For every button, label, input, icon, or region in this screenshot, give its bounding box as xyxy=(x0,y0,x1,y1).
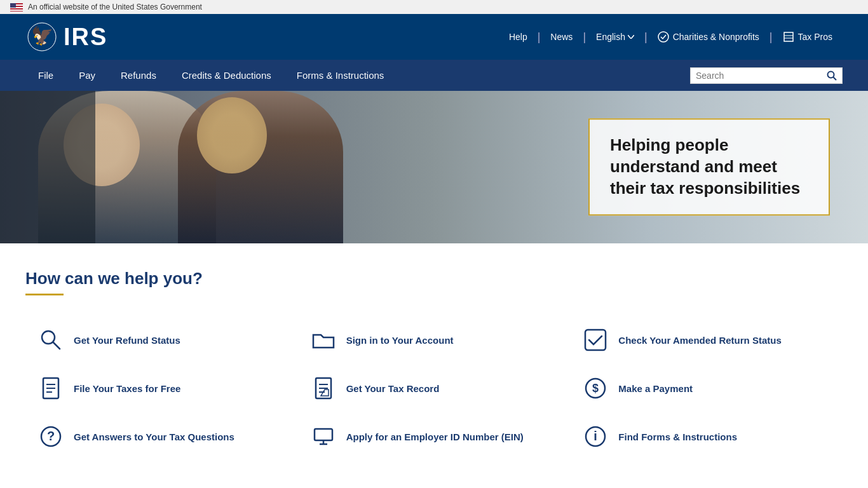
search-magnify-icon xyxy=(38,327,64,353)
tax-questions-label: Get Answers to Your Tax Questions xyxy=(74,431,234,442)
hero-text: Helping people understand and meet their… xyxy=(610,135,808,199)
refund-status-item[interactable]: Get Your Refund Status xyxy=(25,316,298,364)
language-label: English xyxy=(596,32,625,42)
charities-link[interactable]: Charities & Nonprofits xyxy=(648,31,770,43)
irs-eagle-icon: 🦅 xyxy=(25,20,58,53)
help-section: How can we help you? Get Your Refund Sta… xyxy=(0,243,868,473)
nav-bar: File Pay Refunds Credits & Deductions Fo… xyxy=(0,60,868,91)
taxpros-label: Tax Pros xyxy=(798,32,832,42)
nav-file[interactable]: File xyxy=(25,60,66,91)
sign-in-label: Sign in to Your Account xyxy=(346,335,454,346)
hero-text-box: Helping people understand and meet their… xyxy=(588,118,830,215)
svg-rect-11 xyxy=(784,32,793,41)
help-grid: Get Your Refund Status Sign in to Your A… xyxy=(25,316,843,461)
checkmark-circle-icon xyxy=(583,327,608,353)
refund-status-label: Get Your Refund Status xyxy=(74,335,180,346)
file-free-item[interactable]: File Your Taxes for Free xyxy=(25,364,298,412)
nav-links: File Pay Refunds Credits & Deductions Fo… xyxy=(25,60,397,91)
payment-icon: $ xyxy=(583,376,608,401)
svg-rect-7 xyxy=(10,3,16,8)
header-nav: Help | News | English | Charities & Nonp… xyxy=(499,30,843,44)
svg-text:$: $ xyxy=(592,382,599,395)
svg-rect-5 xyxy=(10,10,23,11)
document-icon xyxy=(38,376,64,401)
svg-rect-4 xyxy=(10,8,23,10)
irs-logo-text: IRS xyxy=(64,24,107,51)
taxpros-icon xyxy=(783,31,794,43)
file-free-label: File Your Taxes for Free xyxy=(74,383,180,394)
question-circle-icon: ? xyxy=(38,424,64,449)
help-title-underline xyxy=(25,294,64,295)
sign-in-item[interactable]: Sign in to Your Account xyxy=(298,316,571,364)
amended-return-item[interactable]: Check Your Amended Return Status xyxy=(570,316,843,364)
svg-point-16 xyxy=(42,331,55,344)
nav-refunds[interactable]: Refunds xyxy=(108,60,169,91)
search-input[interactable] xyxy=(696,71,823,81)
hero-section: Helping people understand and meet their… xyxy=(0,91,868,243)
computer-icon xyxy=(311,424,336,449)
tax-record-label: Get Your Tax Record xyxy=(346,383,440,394)
ein-item[interactable]: Apply for an Employer ID Number (EIN) xyxy=(298,412,571,461)
taxpros-link[interactable]: Tax Pros xyxy=(773,31,843,43)
find-forms-label: Find Forms & Instructions xyxy=(618,431,737,442)
help-title: How can we help you? xyxy=(25,269,843,288)
nav-pay[interactable]: Pay xyxy=(66,60,108,91)
payment-item[interactable]: $ Make a Payment xyxy=(570,364,843,412)
search-box[interactable] xyxy=(690,67,843,84)
svg-text:i: i xyxy=(594,429,598,443)
svg-rect-31 xyxy=(315,429,332,440)
nav-credits[interactable]: Credits & Deductions xyxy=(169,60,284,91)
svg-text:?: ? xyxy=(47,429,55,443)
ein-label: Apply for an Employer ID Number (EIN) xyxy=(346,431,524,442)
gov-banner: An official website of the United States… xyxy=(0,0,868,14)
search-button[interactable] xyxy=(827,71,837,81)
svg-text:🦅: 🦅 xyxy=(31,25,53,46)
svg-rect-6 xyxy=(10,11,23,11)
find-forms-item[interactable]: i Find Forms & Instructions xyxy=(570,412,843,461)
svg-line-15 xyxy=(833,77,836,80)
us-flag-icon xyxy=(10,3,23,11)
chevron-down-icon xyxy=(628,35,634,39)
svg-line-17 xyxy=(53,342,60,349)
help-link[interactable]: Help xyxy=(499,32,538,42)
svg-point-10 xyxy=(658,32,668,42)
nav-forms[interactable]: Forms & Instructions xyxy=(284,60,397,91)
payment-label: Make a Payment xyxy=(618,383,693,394)
document2-icon xyxy=(311,376,336,401)
charities-icon xyxy=(658,31,669,43)
info-circle-icon: i xyxy=(583,424,608,449)
tax-record-item[interactable]: Get Your Tax Record xyxy=(298,364,571,412)
header: 🦅 IRS Help | News | English | Charities … xyxy=(0,14,868,60)
gov-banner-text: An official website of the United States… xyxy=(28,3,202,11)
language-selector[interactable]: English xyxy=(586,32,644,42)
amended-return-label: Check Your Amended Return Status xyxy=(618,335,781,346)
charities-label: Charities & Nonprofits xyxy=(673,32,759,42)
news-link[interactable]: News xyxy=(540,32,583,42)
irs-logo[interactable]: 🦅 IRS xyxy=(25,20,107,53)
search-icon xyxy=(827,71,837,81)
folder-icon xyxy=(311,327,336,353)
tax-questions-item[interactable]: ? Get Answers to Your Tax Questions xyxy=(25,412,298,461)
